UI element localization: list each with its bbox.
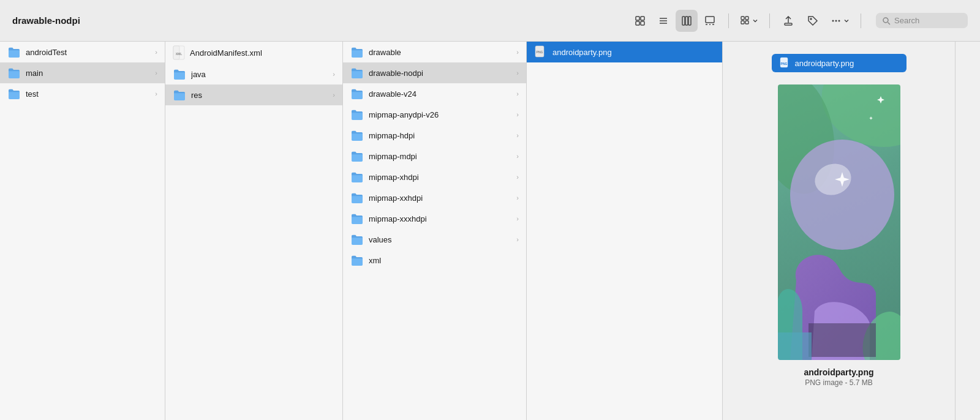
- list-item[interactable]: androidTest›: [0, 42, 165, 62]
- folder-icon: [173, 69, 186, 80]
- folder-icon: [350, 47, 364, 58]
- svg-rect-1: [641, 17, 644, 20]
- png-file-icon: PNG: [778, 57, 790, 69]
- svg-rect-3: [641, 21, 644, 25]
- svg-point-18: [810, 18, 812, 20]
- preview-canvas: [778, 84, 900, 360]
- separator-1: [728, 13, 729, 28]
- list-item[interactable]: xml: [343, 250, 526, 271]
- chevron-right-icon: ›: [516, 90, 519, 97]
- list-item[interactable]: mipmap-xxxhdpi›: [343, 208, 526, 229]
- list-item[interactable]: mipmap-xhdpi›: [343, 167, 526, 187]
- preview-pane: PNG androidparty.png androidparty.png PN…: [723, 42, 956, 420]
- list-item[interactable]: test›: [0, 83, 165, 104]
- image-preview-container: androidparty.png PNG image - 5.7 MB: [778, 84, 900, 408]
- folder-icon: [350, 255, 364, 266]
- toolbar: drawable-nodpi: [0, 0, 980, 42]
- svg-point-22: [883, 18, 888, 23]
- list-item[interactable]: PNG androidparty.png: [527, 42, 722, 62]
- list-item[interactable]: mipmap-xxhdpi›: [343, 187, 526, 208]
- chevron-right-icon: ›: [516, 194, 519, 201]
- list-item[interactable]: mipmap-mdpi›: [343, 146, 526, 167]
- chevron-right-icon: ›: [516, 69, 519, 77]
- file-name: androidparty.png: [552, 48, 715, 57]
- file-name: mipmap-xhdpi: [369, 173, 511, 182]
- list-item[interactable]: drawable›: [343, 42, 526, 62]
- file-name: main: [26, 69, 150, 78]
- file-name: drawable-nodpi: [369, 69, 511, 78]
- folder-icon: [350, 213, 364, 224]
- svg-text:XML: XML: [176, 52, 183, 56]
- file-name: mipmap-xxhdpi: [369, 193, 511, 203]
- image-info: androidparty.png PNG image - 5.7 MB: [804, 367, 873, 387]
- chevron-right-icon: ›: [155, 48, 157, 56]
- chevron-down-icon-2: [843, 18, 850, 24]
- svg-rect-17: [745, 21, 748, 24]
- folder-icon: [350, 192, 364, 203]
- separator-3: [861, 13, 861, 28]
- file-name: mipmap-anydpi-v26: [369, 110, 511, 119]
- folder-icon: [350, 67, 364, 78]
- list-item[interactable]: main›: [0, 62, 165, 83]
- svg-rect-14: [741, 17, 744, 20]
- image-preview: [778, 84, 900, 360]
- folder-icon: [7, 88, 21, 99]
- folder-icon: [350, 151, 364, 162]
- svg-point-21: [839, 20, 840, 21]
- file-name: drawable-v24: [369, 89, 511, 99]
- list-view-button[interactable]: [652, 10, 674, 32]
- search-input[interactable]: [894, 16, 962, 25]
- selected-file-header: PNG androidparty.png: [772, 54, 907, 72]
- svg-point-20: [835, 20, 837, 21]
- ellipsis-icon: [830, 15, 842, 27]
- tag-button[interactable]: [802, 10, 824, 32]
- svg-rect-15: [745, 17, 748, 20]
- svg-rect-8: [685, 17, 688, 25]
- list-item[interactable]: drawable-nodpi›: [343, 62, 526, 83]
- chevron-right-icon: ›: [333, 70, 335, 78]
- grid-view-button[interactable]: [629, 10, 651, 32]
- column-view-button[interactable]: [676, 10, 698, 32]
- search-box[interactable]: [876, 13, 968, 28]
- list-item[interactable]: java›: [165, 64, 342, 84]
- file-name: mipmap-hdpi: [369, 131, 511, 140]
- file-name: AndroidManifest.xml: [190, 48, 335, 58]
- app-grid-button[interactable]: [736, 13, 762, 29]
- list-item[interactable]: drawable-v24›: [343, 83, 526, 104]
- chevron-down-icon: [752, 18, 758, 24]
- toolbar-controls: [629, 10, 968, 32]
- chevron-right-icon: ›: [516, 236, 519, 243]
- svg-text:PNG: PNG: [780, 62, 787, 66]
- file-name: values: [369, 235, 511, 244]
- content-area: androidTest› main› test› XML AndroidMani…: [0, 42, 980, 420]
- chevron-right-icon: ›: [516, 132, 519, 139]
- list-item[interactable]: mipmap-hdpi›: [343, 125, 526, 146]
- selected-file-name: androidparty.png: [795, 59, 854, 68]
- list-item[interactable]: mipmap-anydpi-v26›: [343, 104, 526, 125]
- list-item[interactable]: XML AndroidManifest.xml: [165, 42, 342, 64]
- search-icon: [882, 17, 891, 25]
- folder-icon: [350, 234, 364, 245]
- share-button[interactable]: [777, 10, 799, 32]
- folder-icon: [350, 171, 364, 182]
- folder-icon: [350, 88, 364, 99]
- column-4: PNG androidparty.png: [527, 42, 723, 420]
- chevron-right-icon: ›: [333, 91, 335, 99]
- column-3: drawable› drawable-nodpi› drawable-v24› …: [343, 42, 527, 420]
- list-item[interactable]: res›: [165, 84, 342, 105]
- column-1: androidTest› main› test›: [0, 42, 165, 420]
- folder-icon: [7, 47, 21, 58]
- svg-rect-7: [682, 17, 685, 25]
- more-options-button[interactable]: [826, 12, 853, 29]
- gallery-view-button[interactable]: [699, 10, 721, 32]
- chevron-right-icon: ›: [516, 152, 519, 160]
- image-metadata: PNG image - 5.7 MB: [804, 378, 873, 387]
- list-item[interactable]: values›: [343, 229, 526, 250]
- file-name: test: [26, 89, 150, 99]
- file-name: drawable: [369, 48, 511, 57]
- png-file-icon-small: PNG: [534, 45, 548, 59]
- svg-rect-16: [741, 21, 744, 24]
- svg-rect-2: [636, 21, 639, 25]
- folder-icon: [350, 130, 364, 141]
- image-filename: androidparty.png: [804, 367, 873, 377]
